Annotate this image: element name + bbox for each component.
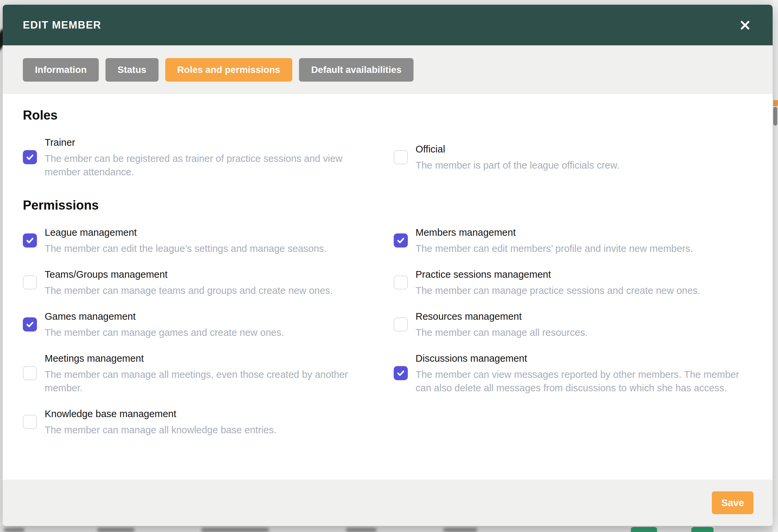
league-management-checkbox[interactable] (23, 233, 37, 248)
permission-title: Teams/Groups management (45, 267, 370, 281)
permission-item-knowledge-base-management: Knowledge base management The member can… (23, 407, 370, 437)
page-scrollbar-track[interactable] (773, 0, 778, 532)
checkmark-icon (396, 369, 405, 378)
tab-status[interactable]: Status (105, 58, 159, 82)
background-blurred-text (202, 528, 269, 532)
permission-description: The member can manage games and create n… (45, 326, 370, 339)
permission-description: The member can manage all meetings, even… (45, 368, 370, 395)
official-checkbox[interactable] (394, 150, 408, 164)
tab-information[interactable]: Information (23, 58, 99, 82)
roles-heading: Roles (23, 108, 752, 123)
save-button[interactable]: Save (712, 491, 753, 514)
tab-default-availabilities[interactable]: Default availabilities (299, 58, 414, 82)
background-green-button-fragment (631, 527, 657, 532)
permission-item-league-management: League management The member can edit th… (23, 225, 370, 255)
knowledge-base-management-checkbox[interactable] (23, 415, 37, 429)
permission-title: Practice sessions management (416, 267, 752, 281)
checkmark-icon (26, 320, 34, 329)
roles-grid: Trainer The ember can be registered as t… (23, 135, 752, 179)
role-item-trainer: Trainer The ember can be registered as t… (23, 135, 370, 179)
role-title: Official (416, 142, 752, 156)
modal-title: EDIT MEMBER (23, 19, 101, 31)
permission-title: Discussions management (416, 351, 752, 365)
background-orange-fragment (773, 100, 778, 106)
background-green-button-fragment (691, 527, 714, 532)
role-description: The ember can be registered as trainer o… (45, 152, 370, 179)
modal-content: Roles Trainer The ember can be registere… (3, 94, 773, 480)
members-management-checkbox[interactable] (394, 233, 408, 248)
checkmark-icon (26, 236, 34, 245)
tab-roles-and-permissions[interactable]: Roles and permissions (165, 58, 293, 82)
close-icon (739, 19, 751, 31)
practice-sessions-management-checkbox[interactable] (394, 275, 408, 290)
permission-description: The member can edit the league’s setting… (45, 242, 370, 255)
permission-description: The member can view messages reported by… (416, 368, 752, 395)
background-blurred-text (346, 528, 376, 532)
background-blurred-text (97, 528, 134, 532)
permission-item-practice-sessions-management: Practice sessions management The member … (394, 267, 752, 297)
teams-groups-management-checkbox[interactable] (23, 275, 37, 290)
page-scrollbar-thumb[interactable] (773, 107, 777, 126)
role-item-official: Official The member is part of the leagu… (394, 142, 752, 172)
background-blurred-text (4, 528, 24, 532)
permission-title: Members management (416, 225, 752, 239)
permission-title: Meetings management (45, 351, 370, 365)
close-button[interactable] (737, 17, 753, 33)
role-description: The member is part of the league officia… (416, 159, 752, 172)
permission-item-discussions-management: Discussions management The member can vi… (394, 351, 752, 395)
tabs-bar: Information Status Roles and permissions… (3, 45, 773, 94)
permission-title: League management (45, 225, 370, 239)
background-blurred-text (443, 528, 477, 532)
modal-footer: Save (3, 480, 773, 526)
permission-description: The member can edit members’ profile and… (416, 242, 752, 255)
discussions-management-checkbox[interactable] (394, 366, 408, 380)
resources-management-checkbox[interactable] (394, 317, 408, 331)
checkmark-icon (396, 236, 405, 245)
permissions-grid: League management The member can edit th… (23, 225, 752, 437)
permission-title: Resources management (416, 309, 752, 323)
permission-title: Knowledge base management (45, 407, 370, 421)
permission-title: Games management (45, 309, 370, 323)
edit-member-modal: EDIT MEMBER Information Status Roles and… (3, 5, 773, 526)
permission-description: The member can manage practice sessions … (416, 284, 752, 297)
meetings-management-checkbox[interactable] (23, 366, 37, 380)
permission-description: The member can manage all resources. (416, 326, 752, 339)
permission-item-members-management: Members management The member can edit m… (394, 225, 752, 255)
permission-item-meetings-management: Meetings management The member can manag… (23, 351, 370, 395)
trainer-checkbox[interactable] (23, 150, 37, 164)
permission-item-games-management: Games management The member can manage g… (23, 309, 370, 339)
permission-description: The member can manage teams and groups a… (45, 284, 370, 297)
games-management-checkbox[interactable] (23, 317, 37, 331)
checkmark-icon (26, 153, 34, 162)
permissions-heading: Permissions (23, 198, 752, 213)
modal-header: EDIT MEMBER (3, 5, 773, 45)
permission-item-teams-groups-management: Teams/Groups management The member can m… (23, 267, 370, 297)
permission-description: The member can manage all knowledge base… (45, 423, 370, 437)
role-title: Trainer (45, 135, 370, 149)
permission-item-resources-management: Resources management The member can mana… (394, 309, 752, 339)
